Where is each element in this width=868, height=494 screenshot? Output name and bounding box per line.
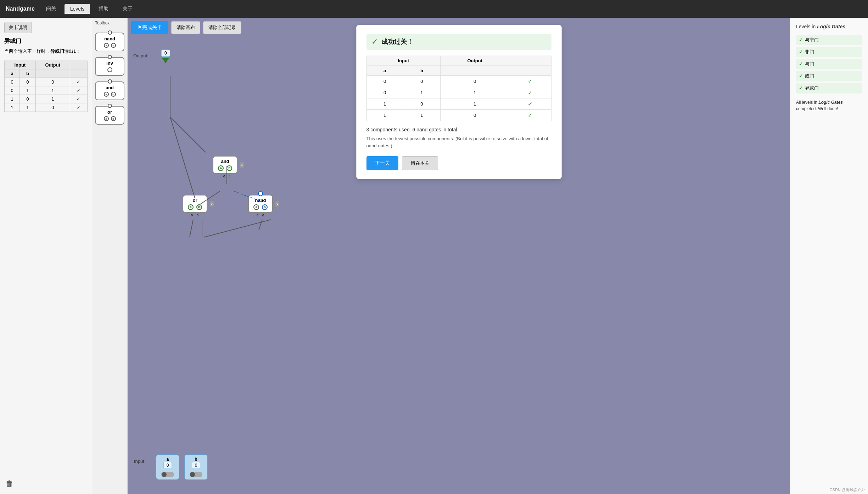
- modal-note: This uses the fewest possible components…: [366, 135, 551, 149]
- tool-or[interactable]: or a b: [95, 106, 124, 125]
- gate-nand-val2: 0: [262, 214, 264, 217]
- left-panel: 关卡说明 异或门 当两个输入不一样时，异或门输出1： Input Output …: [0, 18, 92, 494]
- trash-icon[interactable]: 🗑: [6, 479, 13, 488]
- gate-and-label: and: [221, 159, 229, 164]
- tool-nand[interactable]: nand a b: [95, 33, 124, 51]
- success-title: 成功过关！: [381, 38, 413, 46]
- tool-inv[interactable]: inv: [95, 57, 124, 76]
- or-port-b: b: [111, 116, 116, 121]
- gate-and-val2: 1: [229, 175, 231, 178]
- nav-tab-about[interactable]: 关于: [117, 4, 138, 14]
- toolbox-area: Toolbox nand a b inv and a b: [92, 18, 128, 494]
- gate-and-port-b[interactable]: b: [226, 165, 232, 171]
- sidebar-item-and[interactable]: ✓ 与门: [796, 59, 862, 69]
- nav-tab-donate[interactable]: 捐助: [93, 4, 114, 14]
- input-label: Input:: [134, 459, 146, 464]
- level-title: 异或门: [4, 38, 88, 45]
- or-ports: a b: [104, 116, 116, 121]
- sidebar-label-and: 与门: [805, 61, 814, 67]
- or-out-port: [108, 104, 112, 108]
- nand-port-a: a: [104, 43, 109, 48]
- canvas-area: ⚑完成关卡 清除画布 清除全部记录 Output: 0: [128, 18, 790, 494]
- table-row: 101✓: [5, 95, 88, 103]
- gate-and-chevron[interactable]: ▾: [240, 162, 244, 167]
- gate-nand[interactable]: nand a b ▾ 0 0: [248, 195, 273, 213]
- sidebar-item-nand[interactable]: ✓ 与非门: [796, 35, 862, 45]
- gate-or-val1: 0: [191, 214, 193, 217]
- table-row: 110✓: [5, 103, 88, 112]
- inv-label: inv: [106, 61, 113, 66]
- svg-line-5: [190, 220, 193, 237]
- gate-nand-chevron[interactable]: ▾: [275, 201, 279, 206]
- gate-or[interactable]: or a b ▾ 0 0: [183, 195, 207, 213]
- close-level-button[interactable]: 关卡说明: [4, 22, 32, 33]
- sidebar-item-xor[interactable]: ✓ 异或门: [796, 83, 862, 93]
- output-value: 0: [161, 50, 170, 57]
- output-triangle: [162, 58, 169, 63]
- next-level-button[interactable]: 下一关: [366, 156, 398, 170]
- sidebar-check-xor: ✓: [799, 85, 803, 91]
- clear-canvas-button[interactable]: 清除画布: [171, 21, 200, 34]
- sidebar-item-or[interactable]: ✓ 或门: [796, 71, 862, 81]
- sidebar-header-italic: Logic Gates: [817, 24, 845, 29]
- input-node-b[interactable]: b 0: [184, 454, 208, 480]
- gate-or-port-a[interactable]: a: [188, 204, 194, 210]
- input-a-knob: [162, 472, 167, 477]
- modal-table-row: 110✓: [366, 110, 551, 121]
- gate-nand-port-b[interactable]: b: [262, 204, 268, 210]
- or-label: or: [107, 109, 112, 115]
- and-port-a: a: [104, 92, 109, 97]
- output-node: 0: [161, 50, 170, 63]
- toolbox-label: Toolbox: [95, 21, 124, 25]
- col-input: Input: [5, 61, 36, 69]
- gate-nand-port-a[interactable]: a: [253, 204, 259, 210]
- input-b-toggle[interactable]: [190, 472, 202, 477]
- sidebar-label-or: 或门: [805, 73, 814, 79]
- brand-label: Nandgame: [6, 6, 35, 12]
- gate-and[interactable]: and a b ▾ 0 1: [213, 156, 237, 174]
- sidebar-check-not: ✓: [799, 49, 803, 55]
- sidebar-header: Levels in Logic Gates:: [796, 23, 862, 30]
- or-port-a: a: [104, 116, 109, 121]
- gate-nand-label: nand: [255, 198, 266, 203]
- modal-stats: 3 components used. 6 nand gates in total…: [366, 127, 551, 132]
- clear-records-button[interactable]: 清除全部记录: [203, 21, 241, 34]
- table-row: 000✓: [5, 78, 88, 86]
- nav-tab-levels[interactable]: Levels: [65, 4, 90, 14]
- input-node-a[interactable]: a 0: [156, 454, 179, 480]
- complete-level-button[interactable]: ⚑完成关卡: [131, 21, 168, 34]
- success-modal: ✓ 成功过关！ Input Output a b: [356, 25, 562, 179]
- inv-ports: [107, 67, 112, 72]
- input-a-toggle[interactable]: [161, 472, 174, 477]
- sidebar-item-not[interactable]: ✓ 非门: [796, 47, 862, 57]
- stay-level-button[interactable]: 留在本关: [402, 156, 438, 170]
- output-label: Output:: [133, 53, 149, 58]
- nand-ports: a b: [104, 43, 116, 48]
- nav-tab-yue[interactable]: 阅关: [40, 4, 62, 14]
- and-port-b: b: [111, 92, 116, 97]
- right-sidebar: Levels in Logic Gates: ✓ 与非门 ✓ 非门 ✓ 与门 ✓…: [790, 18, 868, 494]
- gate-and-val1: 0: [223, 175, 225, 178]
- and-label: and: [106, 85, 114, 90]
- input-b-value: 0: [192, 462, 201, 469]
- sidebar-completion-note: All levels in Logic Gates completed. Wel…: [796, 99, 862, 112]
- canvas-toolbar: ⚑完成关卡 清除画布 清除全部记录: [131, 21, 241, 34]
- inv-port: [107, 67, 112, 72]
- svg-line-1: [170, 117, 206, 152]
- sidebar-check-nand: ✓: [799, 37, 803, 42]
- nand-port-b: b: [111, 43, 116, 48]
- gate-nand-ports: a b: [253, 204, 268, 210]
- sidebar-check-and: ✓: [799, 61, 803, 67]
- gate-or-ports: a b: [188, 204, 202, 210]
- modal-table-row: 000✓: [366, 76, 551, 87]
- gate-or-chevron[interactable]: ▾: [210, 201, 214, 206]
- col-a: a: [5, 69, 20, 78]
- gate-or-port-b[interactable]: b: [196, 204, 202, 210]
- col-output: Output: [35, 61, 70, 69]
- success-header: ✓ 成功过关！: [366, 34, 551, 50]
- svg-line-9: [170, 117, 195, 198]
- tool-and[interactable]: and a b: [95, 81, 124, 100]
- gate-and-port-a[interactable]: a: [218, 165, 224, 171]
- input-b-knob: [190, 472, 195, 477]
- inv-out-port: [108, 55, 112, 59]
